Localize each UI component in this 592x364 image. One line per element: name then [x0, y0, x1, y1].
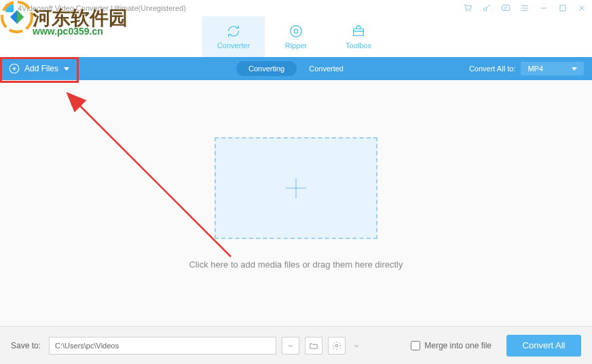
save-to-label: Save to:	[11, 341, 41, 350]
tab-converter-label: Converter	[217, 41, 250, 50]
ripper-icon	[289, 24, 303, 39]
merge-checkbox-label: Merge into one file	[424, 341, 492, 350]
menu-icon[interactable]	[520, 3, 530, 13]
gear-icon	[332, 341, 341, 350]
tab-toolbox[interactable]: Toolbox	[327, 16, 390, 57]
save-path-input[interactable]: C:\Users\pc\Videos	[49, 337, 276, 354]
path-dropdown-button[interactable]	[282, 337, 299, 354]
add-files-button[interactable]: Add Files	[8, 62, 69, 75]
settings-dropdown-button[interactable]	[351, 337, 362, 354]
close-icon[interactable]	[577, 3, 587, 13]
feedback-icon[interactable]	[501, 3, 511, 13]
svg-rect-5	[560, 5, 566, 11]
svg-point-6	[291, 26, 302, 37]
merge-checkbox-input[interactable]	[411, 341, 420, 350]
add-files-label: Add Files	[24, 64, 58, 73]
drop-zone-hint: Click here to add media files or drag th…	[189, 259, 403, 270]
key-icon[interactable]	[482, 3, 492, 13]
app-logo-icon	[5, 4, 14, 12]
titlebar: 4Videosoft Video Converter Ultimate(Unre…	[0, 0, 592, 16]
action-bar: Add Files Converting Converted Convert A…	[0, 57, 592, 80]
chevron-down-icon	[572, 67, 577, 71]
tab-ripper[interactable]: Ripper	[265, 16, 327, 57]
tab-toolbox-label: Toolbox	[346, 41, 371, 50]
svg-rect-4	[502, 5, 510, 10]
plus-circle-icon	[8, 62, 20, 75]
chevron-down-icon	[286, 341, 295, 350]
main-content-area: Click here to add media files or drag th…	[0, 80, 592, 326]
minimize-icon[interactable]	[539, 3, 549, 13]
subtab-converted[interactable]: Converted	[297, 61, 356, 76]
drop-zone[interactable]	[215, 137, 377, 239]
converter-icon	[226, 24, 241, 39]
app-title: 4Videosoft Video Converter Ultimate(Unre…	[18, 4, 186, 12]
output-format-value: MP4	[528, 65, 543, 73]
convert-all-button[interactable]: Convert All	[506, 335, 581, 357]
chevron-down-icon	[352, 341, 361, 350]
subtab-converting[interactable]: Converting	[236, 61, 297, 76]
svg-point-3	[483, 7, 487, 11]
browse-folder-button[interactable]	[305, 337, 322, 354]
folder-icon	[309, 341, 318, 350]
cart-icon[interactable]	[463, 3, 473, 13]
main-tabs: Converter Ripper Toolbox	[0, 16, 592, 57]
svg-point-7	[294, 29, 298, 33]
svg-rect-8	[354, 29, 364, 35]
merge-checkbox[interactable]: Merge into one file	[411, 341, 492, 350]
plus-icon	[282, 175, 310, 202]
chevron-down-icon	[64, 67, 69, 71]
bottom-bar: Save to: C:\Users\pc\Videos Merge into o…	[0, 326, 592, 364]
tab-ripper-label: Ripper	[285, 41, 307, 50]
settings-button[interactable]	[328, 337, 346, 354]
save-path-value: C:\Users\pc\Videos	[55, 342, 119, 350]
maximize-icon[interactable]	[558, 3, 568, 13]
svg-point-10	[335, 344, 338, 347]
toolbox-icon	[351, 24, 366, 39]
tab-converter[interactable]: Converter	[202, 16, 265, 57]
output-format-select[interactable]: MP4	[521, 62, 584, 75]
convert-all-to-label: Convert All to:	[469, 65, 515, 73]
